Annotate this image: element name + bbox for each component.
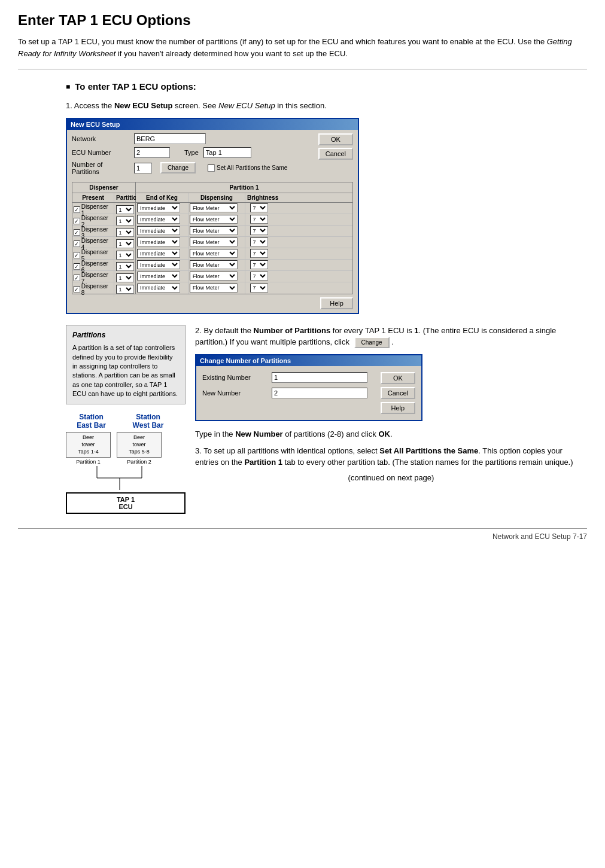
p7-disp-select[interactable]: Flow Meter	[190, 272, 238, 281]
p3-disp-select[interactable]: Flow Meter	[190, 226, 238, 235]
d4-partition-select[interactable]: 1	[116, 239, 134, 248]
existing-number-input[interactable]	[272, 372, 367, 383]
dispenser-row-4: ✓ Dispenser 4 1	[72, 237, 135, 248]
p2-disp-select[interactable]: Flow Meter	[190, 215, 238, 224]
new-ecu-dialog-title: New ECU Setup	[67, 119, 358, 130]
p1-dispensing: Flow Meter	[189, 203, 245, 214]
new-number-input[interactable]	[272, 388, 367, 398]
partition-col-headers: End of Keg Dispensing Brightness	[136, 193, 352, 203]
change-help-button[interactable]: Help	[381, 402, 415, 414]
p7-eok-select[interactable]: Immediate	[137, 272, 180, 281]
partitions-text: A partition is a set of tap controllers …	[72, 343, 179, 398]
dispenser-row-2: ✓ Dispenser 2 1	[72, 214, 135, 226]
change-ok-button[interactable]: OK	[381, 372, 415, 384]
p6-disp-select[interactable]: Flow Meter	[190, 260, 238, 269]
d1-checkbox[interactable]: ✓	[74, 206, 80, 213]
p3-bright-select[interactable]: 7	[250, 226, 268, 235]
change-dialog-buttons: OK Cancel Help	[381, 372, 415, 414]
p6-bright-select[interactable]: 7	[250, 260, 268, 269]
tap1-ecu-box-container: TAP 1ECU	[66, 492, 186, 514]
p1-bright-select[interactable]: 7	[250, 203, 268, 212]
p2-eok-select[interactable]: Immediate	[137, 215, 180, 224]
p4-eok: Immediate	[136, 237, 189, 248]
p4-eok-select[interactable]: Immediate	[137, 237, 180, 246]
p2-brightness: 7	[245, 214, 272, 225]
step3-text: Type in the New Number of partitions (2-…	[195, 428, 587, 440]
p8-dispensing: Flow Meter	[189, 282, 245, 294]
d3-checkbox[interactable]: ✓	[74, 229, 80, 236]
partitions-input[interactable]	[134, 163, 152, 173]
d5-checkbox[interactable]: ✓	[74, 252, 80, 258]
p6-brightness: 7	[245, 260, 272, 270]
d6-partition-select[interactable]: 1	[116, 262, 134, 271]
ecu-number-input[interactable]	[134, 147, 170, 158]
d8-present: ✓ Dispenser 8	[72, 282, 114, 297]
dispenser-row-3: ✓ Dispenser 3 1	[72, 226, 135, 237]
p4-bright-select[interactable]: 7	[250, 237, 268, 246]
p3-brightness: 7	[245, 226, 272, 236]
p8-disp-select[interactable]: Flow Meter	[190, 284, 238, 293]
p-row-3: Immediate Flow Meter 7	[136, 226, 352, 237]
p1-eok-select[interactable]: Immediate	[137, 203, 180, 212]
partitions-row: Number of Partitions Change Set All Part…	[72, 161, 312, 175]
new-ecu-dialog-body: Network ECU Number Type Number of P	[67, 130, 358, 313]
d3-partition-select[interactable]: 1	[116, 228, 134, 237]
p5-eok: Immediate	[136, 248, 189, 259]
p5-brightness: 7	[245, 248, 272, 259]
p6-eok-select[interactable]: Immediate	[137, 260, 180, 269]
partition-labels-row: Partition 1 Partition 2	[66, 459, 186, 465]
dispenser-col-headers: Present Partition	[72, 193, 135, 203]
d2-checkbox[interactable]: ✓	[74, 218, 80, 224]
p8-eok-select[interactable]: Immediate	[137, 284, 180, 293]
d5-partition-select[interactable]: 1	[116, 251, 134, 260]
step4-text: 3. To set up all partitions with identic…	[195, 445, 587, 468]
p6-dispensing: Flow Meter	[189, 260, 245, 270]
set-all-checkbox[interactable]	[208, 165, 215, 172]
partition-col-header: Partition	[114, 193, 135, 202]
station-boxes-row: BeertowerTaps 1-4 BeertowerTaps 5-8	[66, 432, 186, 458]
d8-checkbox[interactable]: ✓	[74, 286, 80, 293]
step2-number: 2.	[195, 326, 203, 335]
change-partitions-dialog: Change Number of Partitions Existing Num…	[195, 354, 422, 421]
change-partitions-button[interactable]: Change	[354, 337, 390, 348]
p2-eok: Immediate	[136, 214, 189, 225]
p8-bright-select[interactable]: 7	[250, 284, 268, 293]
connector-svg	[75, 466, 177, 490]
d1-partition-select[interactable]: 1	[116, 205, 134, 214]
p3-eok-select[interactable]: Immediate	[137, 226, 180, 235]
step-1: 1. Access the New ECU Setup screen. See …	[66, 100, 587, 314]
p1-disp-select[interactable]: Flow Meter	[190, 203, 238, 212]
intro-text-start: To set up a TAP 1 ECU, you must know the…	[18, 37, 547, 46]
p-row-8: Immediate Flow Meter 7	[136, 282, 352, 294]
cancel-button[interactable]: Cancel	[318, 148, 353, 160]
new-ecu-dialog: New ECU Setup Network ECU Number	[66, 118, 359, 314]
d4-checkbox[interactable]: ✓	[74, 240, 80, 247]
step4-number: 3.	[195, 446, 203, 455]
change-cancel-button[interactable]: Cancel	[381, 387, 415, 399]
d6-checkbox[interactable]: ✓	[74, 263, 80, 270]
p5-disp-select[interactable]: Flow Meter	[190, 249, 238, 258]
d7-partition-select[interactable]: 1	[116, 273, 134, 282]
p5-eok-select[interactable]: Immediate	[137, 249, 180, 258]
network-input[interactable]	[134, 133, 206, 144]
help-button[interactable]: Help	[320, 297, 353, 309]
step2-area: Partitions A partition is a set of tap c…	[66, 325, 587, 517]
change-button[interactable]: Change	[160, 162, 196, 173]
p2-bright-select[interactable]: 7	[250, 215, 268, 224]
p1-brightness: 7	[245, 203, 272, 214]
p4-disp-select[interactable]: Flow Meter	[190, 237, 238, 246]
d7-checkbox[interactable]: ✓	[74, 275, 80, 281]
existing-number-row: Existing Number	[202, 372, 375, 383]
section-heading: To enter TAP 1 ECU options:	[66, 81, 587, 92]
dispenser-row-8: ✓ Dispenser 8 1	[72, 282, 135, 294]
p4-brightness: 7	[245, 237, 272, 248]
p7-bright-select[interactable]: 7	[250, 272, 268, 281]
ok-button[interactable]: OK	[318, 133, 353, 145]
d2-partition-select[interactable]: 1	[116, 217, 134, 226]
left-sidebar: Partitions A partition is a set of tap c…	[66, 325, 186, 517]
p5-bright-select[interactable]: 7	[250, 249, 268, 258]
type-input[interactable]	[203, 147, 251, 158]
d8-partition-select[interactable]: 1	[116, 285, 134, 294]
dispenser-row-5: ✓ Dispenser 5 1	[72, 248, 135, 260]
step2-text: 2. By default the Number of Partitions f…	[195, 325, 587, 349]
